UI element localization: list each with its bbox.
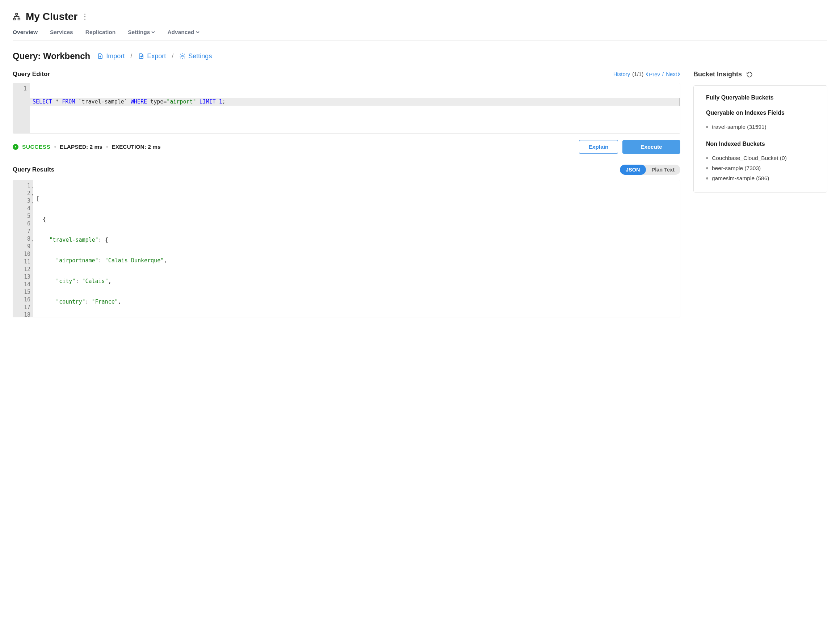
editor-header: Query Editor History (1/1) Prev / Next [13, 70, 680, 78]
query-code-area[interactable]: SELECT * FROM `travel-sample` WHERE type… [30, 83, 680, 133]
execute-button[interactable]: Execute [622, 140, 680, 154]
line-number: 5 [13, 213, 33, 220]
tab-services[interactable]: Services [50, 29, 73, 41]
gear-icon [179, 53, 186, 59]
bullet-icon [706, 126, 708, 128]
bucket-item-cloud[interactable]: Couchbase_Cloud_Bucket (0) [706, 153, 815, 163]
import-button[interactable]: Import [97, 52, 125, 60]
line-number: 6 [13, 220, 33, 228]
history-link[interactable]: History [613, 71, 630, 77]
svg-rect-0 [16, 13, 18, 15]
tab-settings-label: Settings [128, 29, 150, 36]
insights-card: Fully Queryable Buckets Queryable on Ind… [693, 85, 827, 192]
seg-json[interactable]: JSON [620, 164, 646, 175]
seg-plan-text[interactable]: Plan Text [646, 164, 680, 175]
export-button[interactable]: Export [138, 52, 166, 60]
bullet-icon [706, 167, 708, 169]
line-number: 12 [13, 266, 33, 273]
svg-rect-8 [15, 146, 16, 147]
history-prev-button[interactable]: Prev [646, 71, 660, 77]
elapsed-label: ELAPSED: [60, 144, 88, 150]
elapsed-value: 2 ms [88, 144, 102, 150]
line-number: 15 [13, 288, 33, 296]
history-separator: / [662, 71, 664, 77]
svg-point-3 [85, 13, 85, 14]
line-number: 11 [13, 258, 33, 266]
status-left: SUCCESS • ELAPSED: 2 ms • EXECUTION: 2 m… [13, 144, 161, 150]
chevron-down-icon [196, 31, 199, 33]
query-editor[interactable]: 1 SELECT * FROM `travel-sample` WHERE ty… [13, 83, 680, 133]
line-number: 17 [13, 304, 33, 311]
bullet-icon [706, 177, 708, 180]
status-success: SUCCESS [22, 144, 50, 150]
results-header: Query Results JSON Plan Text [13, 164, 680, 175]
line-number: 13 [13, 273, 33, 281]
explain-button[interactable]: Explain [579, 140, 618, 154]
bucket-item-gamesim[interactable]: gamesim-sample (586) [706, 173, 815, 183]
line-number: 16 [13, 296, 33, 304]
svg-rect-2 [18, 19, 20, 20]
success-icon [13, 144, 19, 150]
export-icon [138, 53, 144, 59]
import-label: Import [106, 52, 125, 60]
query-settings-label: Settings [188, 52, 212, 60]
tab-replication[interactable]: Replication [85, 29, 116, 41]
import-icon [97, 53, 103, 59]
tab-advanced[interactable]: Advanced [167, 29, 199, 41]
insights-title: Bucket Insights [693, 70, 742, 78]
bullet-icon [706, 157, 708, 159]
cluster-tabs: Overview Services Replication Settings A… [13, 29, 827, 41]
line-number: 10 [13, 250, 33, 258]
line-number: 1▼ [13, 182, 33, 189]
line-number: 2▼ [13, 189, 33, 197]
results-title: Query Results [13, 166, 54, 173]
line-number: 4 [13, 205, 33, 213]
status-row: SUCCESS • ELAPSED: 2 ms • EXECUTION: 2 m… [13, 140, 680, 154]
bucket-item-travel[interactable]: travel-sample (31591) [706, 122, 815, 132]
bucket-item-label: Couchbase_Cloud_Bucket (0) [712, 155, 787, 161]
history-next-label: Next [666, 71, 677, 77]
page-title: Query: Workbench [13, 51, 90, 61]
history-next-button[interactable]: Next [666, 71, 680, 77]
more-menu-icon[interactable] [83, 12, 87, 21]
insights-non-indexed: Non Indexed Buckets [706, 141, 815, 147]
tab-overview[interactable]: Overview [13, 29, 38, 41]
export-label: Export [147, 52, 166, 60]
page-title-row: Query: Workbench Import / Export / Setti… [13, 51, 827, 61]
insights-fully-queryable: Fully Queryable Buckets [706, 94, 815, 101]
results-gutter: 1▼ 2▼ 3▼ 4 5 6 7 8▼ 9 10 11 12 13 14 15 … [13, 180, 33, 317]
chevron-right-icon [678, 72, 680, 76]
query-settings-button[interactable]: Settings [179, 52, 212, 60]
cluster-header: My Cluster [13, 11, 827, 22]
chevron-down-icon [151, 31, 155, 33]
execution-value: 2 ms [146, 144, 161, 150]
results-format-segmented: JSON Plan Text [620, 164, 680, 175]
insights-header: Bucket Insights [693, 70, 827, 78]
refresh-icon[interactable] [746, 71, 753, 78]
status-separator: • [54, 144, 56, 150]
history-count: (1/1) [632, 71, 643, 77]
bucket-item-beer[interactable]: beer-sample (7303) [706, 163, 815, 173]
action-separator: / [130, 52, 132, 60]
execution-label: EXECUTION: [111, 144, 146, 150]
line-number: 7 [13, 228, 33, 235]
history-controls: History (1/1) Prev / Next [613, 71, 680, 77]
results-code-area[interactable]: [ { "travel-sample": { "airportname": "C… [33, 180, 680, 317]
editor-title: Query Editor [13, 70, 50, 78]
history-prev-label: Prev [649, 71, 660, 77]
line-number: 9 [13, 243, 33, 250]
bucket-item-label: beer-sample (7303) [712, 165, 761, 172]
cluster-title: My Cluster [26, 11, 77, 22]
insights-queryable-indexes: Queryable on Indexes Fields [706, 110, 815, 116]
results-viewer[interactable]: 1▼ 2▼ 3▼ 4 5 6 7 8▼ 9 10 11 12 13 14 15 … [13, 180, 680, 317]
chevron-left-icon [646, 72, 648, 76]
line-number: 14 [13, 281, 33, 288]
line-number: 3▼ [13, 197, 33, 205]
tab-settings[interactable]: Settings [128, 29, 155, 41]
svg-point-4 [85, 16, 85, 17]
cluster-icon [13, 13, 20, 20]
action-separator: / [172, 52, 174, 60]
bucket-item-label: gamesim-sample (586) [712, 175, 769, 182]
svg-rect-1 [13, 19, 16, 20]
svg-point-5 [85, 19, 85, 20]
